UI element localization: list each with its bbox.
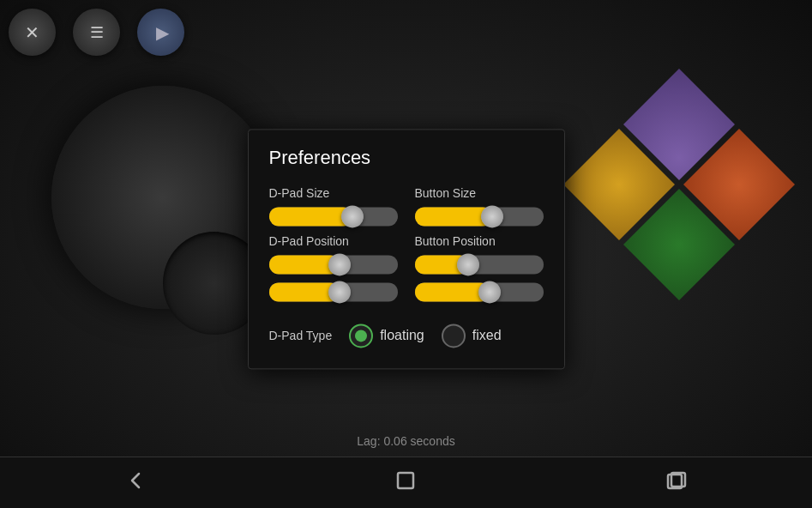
button-position-y-slider-row	[415, 282, 544, 301]
dpad-position-y-thumb[interactable]	[328, 281, 351, 303]
lag-text: Lag: 0.06 seconds	[357, 434, 454, 448]
svg-rect-0	[398, 473, 413, 488]
back-button[interactable]	[123, 469, 147, 498]
menu-icon: ☰	[90, 23, 104, 42]
home-button[interactable]	[394, 469, 418, 498]
floating-radio[interactable]	[349, 324, 373, 348]
dpad-size-slider-row	[269, 207, 398, 226]
floating-radio-inner	[355, 330, 367, 342]
preferences-dialog: Preferences D-Pad Size Button Size	[248, 129, 565, 369]
dpad-size-label: D-Pad Size	[269, 186, 398, 200]
dpad-size-fill	[269, 207, 353, 226]
button-position-label: Button Position	[415, 234, 544, 248]
top-nav: ✕ ☰ ▶	[9, 9, 184, 56]
button-size-thumb[interactable]	[481, 205, 503, 227]
close-button[interactable]: ✕	[9, 9, 56, 56]
dpad-position-label: D-Pad Position	[269, 234, 398, 248]
dpad-size-thumb[interactable]	[341, 205, 364, 227]
button-size-section: Button Size	[415, 186, 544, 234]
button-position-x-track[interactable]	[415, 255, 544, 274]
floating-option[interactable]: floating	[349, 324, 424, 348]
fixed-label: fixed	[472, 328, 502, 343]
bottom-nav	[0, 457, 812, 508]
button-position-y-track[interactable]	[415, 282, 544, 301]
button-position-section: Button Position	[415, 234, 544, 310]
button-size-track[interactable]	[415, 207, 544, 226]
play-button[interactable]: ▶	[137, 9, 184, 56]
dpad-position-x-track[interactable]	[269, 255, 398, 274]
dpad-visual	[51, 86, 274, 309]
close-icon: ✕	[25, 22, 39, 43]
fixed-option[interactable]: fixed	[442, 324, 502, 348]
recent-button[interactable]	[665, 469, 689, 498]
dpad-position-y-track[interactable]	[269, 282, 398, 301]
buttons-visual	[555, 69, 795, 309]
button-position-y-thumb[interactable]	[478, 281, 501, 303]
dpad-size-section: D-Pad Size	[269, 186, 398, 234]
button-size-label: Button Size	[415, 186, 544, 200]
button-position-x-thumb[interactable]	[457, 253, 479, 275]
button-size-slider-row	[415, 207, 544, 226]
dpad-position-x-thumb[interactable]	[328, 253, 351, 275]
preferences-title: Preferences	[269, 147, 544, 169]
play-icon: ▶	[153, 22, 169, 43]
button-position-x-slider-row	[415, 255, 544, 274]
dpad-type-label: D-Pad Type	[269, 329, 333, 342]
dpad-position-x-slider-row	[269, 255, 398, 274]
fixed-radio[interactable]	[442, 324, 466, 348]
dpad-type-row: D-Pad Type floating fixed	[269, 324, 544, 348]
back-icon	[123, 469, 147, 493]
dpad-position-y-slider-row	[269, 282, 398, 301]
dpad-position-section: D-Pad Position	[269, 234, 398, 310]
home-icon	[394, 469, 418, 493]
recent-icon	[665, 469, 689, 493]
preferences-grid: D-Pad Size Button Size D-Pad Position	[269, 186, 544, 310]
dpad-size-track[interactable]	[269, 207, 398, 226]
menu-button[interactable]: ☰	[73, 9, 120, 56]
floating-label: floating	[380, 328, 424, 343]
